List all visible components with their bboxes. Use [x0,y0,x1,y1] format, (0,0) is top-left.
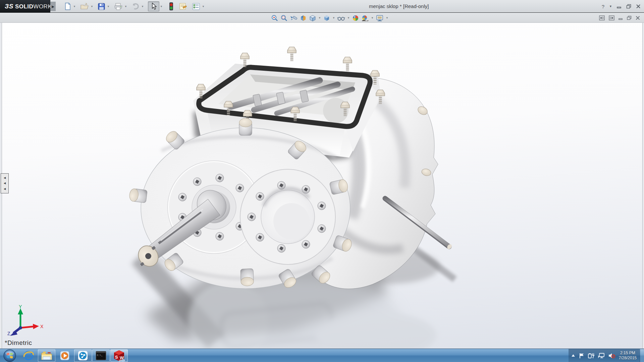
show-hidden-icons-button[interactable] [571,354,575,357]
solidworks-wordmark: ЗSSOLIDWORKS [5,3,56,10]
collapse-right-pane-button[interactable] [609,15,614,20]
apply-scene-dropdown[interactable]: ▼ [370,13,374,23]
doc-minimize-button[interactable] [619,16,623,20]
previous-view-button[interactable] [289,14,298,22]
taskbar-media-player[interactable] [56,349,73,362]
save-icon [98,3,105,10]
taskbar-internet-explorer[interactable] [20,349,37,362]
command-prompt-icon: C:\_ [95,351,107,361]
select-cursor-icon [151,3,157,10]
previous-view-icon [290,14,298,22]
clock-date: 7/28/2015 [619,356,637,361]
undo-dropdown[interactable]: ▼ [141,1,145,11]
print-dropdown[interactable]: ▼ [124,1,128,11]
heads-up-view-toolbar: ▼ ▼ ▼ [270,13,389,22]
view-settings-icon [376,14,384,22]
battery-plug-icon [588,353,595,359]
file-properties-button[interactable] [178,1,188,11]
volume-muted-icon[interactable] [608,353,615,359]
display-style-icon [323,14,330,22]
view-orientation-icon [309,14,316,22]
speaker-muted-icon [608,353,615,359]
chevron-up-icon [571,354,575,357]
share-app-icon [77,350,88,361]
zoom-to-fit-button[interactable] [270,14,279,22]
sw-letter-s: S [115,355,118,360]
doc-restore-button[interactable] [627,16,632,20]
internet-explorer-icon [23,350,34,361]
solidworks-mark-icon: ЗS [5,3,13,10]
new-document-button[interactable] [63,1,72,11]
edit-appearance-button[interactable] [351,14,360,22]
action-center-icon[interactable] [579,353,585,359]
print-button[interactable] [113,1,124,11]
select-tool-button[interactable] [148,1,159,11]
view-orientation-label: *Dimetric [5,339,32,347]
new-dropdown[interactable]: ▼ [72,1,76,11]
save-button[interactable] [97,1,106,11]
view-orientation-button[interactable] [308,14,317,22]
view-settings-button[interactable] [375,14,384,22]
feature-manager-splitter-tab[interactable]: ◀ ◀ ◀ [1,173,9,193]
display-style-dropdown[interactable]: ▼ [332,13,336,23]
file-properties-icon [179,2,187,10]
orientation-triad: Y X Z [5,304,46,338]
open-dropdown[interactable]: ▼ [90,1,94,11]
network-monitor-icon [598,353,605,359]
gearbox-3d-model[interactable] [2,23,643,349]
menu-flyout-arrow[interactable]: ▶ [50,2,56,11]
open-icon [80,2,89,10]
zoom-to-area-button[interactable] [280,14,288,22]
show-desktop-button[interactable] [640,349,644,362]
taskbar-windows-explorer[interactable] [38,349,55,362]
options-dropdown[interactable]: ▼ [201,1,205,11]
help-button[interactable]: ? [602,4,604,9]
triad-z-label: Z [7,331,10,336]
display-style-button[interactable] [322,14,331,22]
help-dropdown[interactable]: ▼ [609,5,612,8]
network-icon[interactable] [598,353,605,359]
hide-show-items-button[interactable] [336,14,346,22]
taskbar-command-prompt[interactable]: C:\_ [92,349,110,362]
close-button[interactable] [636,4,641,9]
taskbar-solidworks[interactable]: S W 2015 [110,349,128,362]
window-controls: ? ▼ [602,0,641,13]
document-window-controls [599,13,640,22]
media-player-icon [59,350,70,361]
apply-scene-button[interactable] [361,14,370,22]
select-dropdown[interactable]: ▼ [159,1,163,11]
collapse-left-pane-button[interactable] [599,15,605,20]
windows-start-orb-icon [3,349,16,362]
collapse-arrow-icon: ◀ [4,177,6,179]
doc-close-button[interactable] [636,16,640,20]
cmd-prompt-text: C:\_ [97,354,103,357]
edit-appearance-icon [352,14,359,22]
taskbar-clock[interactable]: 2:15 PM 7/28/2015 [619,351,637,361]
standard-toolbar: ▼ ▼ ▼ ▼ [63,0,205,13]
view-orientation-dropdown[interactable]: ▼ [318,13,322,23]
start-button[interactable] [0,349,19,362]
restore-button[interactable] [626,4,631,9]
rebuild-traffic-light-icon [169,2,173,11]
collapse-arrow-icon: ◀ [4,182,6,185]
view-settings-dropdown[interactable]: ▼ [385,13,389,23]
open-button[interactable] [79,1,90,11]
graphics-area[interactable]: ◀ ◀ ◀ Y X Z *Dimetric [2,23,643,349]
save-dropdown[interactable]: ▼ [106,1,110,11]
undo-button[interactable] [130,1,141,11]
collapse-arrow-icon: ◀ [4,188,6,190]
output-bearing-flange [240,169,335,264]
restore-icon [626,4,631,9]
section-view-icon [300,14,307,22]
minimize-button[interactable] [617,4,622,9]
power-plug-icon[interactable] [588,353,595,359]
rebuild-button[interactable] [168,1,174,11]
zoom-to-area-icon [280,14,288,22]
undo-icon [131,3,140,10]
options-button[interactable] [191,1,201,11]
section-view-button[interactable] [299,14,308,22]
system-tray: 2:15 PM 7/28/2015 [569,349,639,362]
taskbar-share-app[interactable] [74,349,92,362]
hide-show-items-dropdown[interactable]: ▼ [346,13,351,23]
solidworks-logo: ЗSSOLIDWORKS [0,0,50,13]
